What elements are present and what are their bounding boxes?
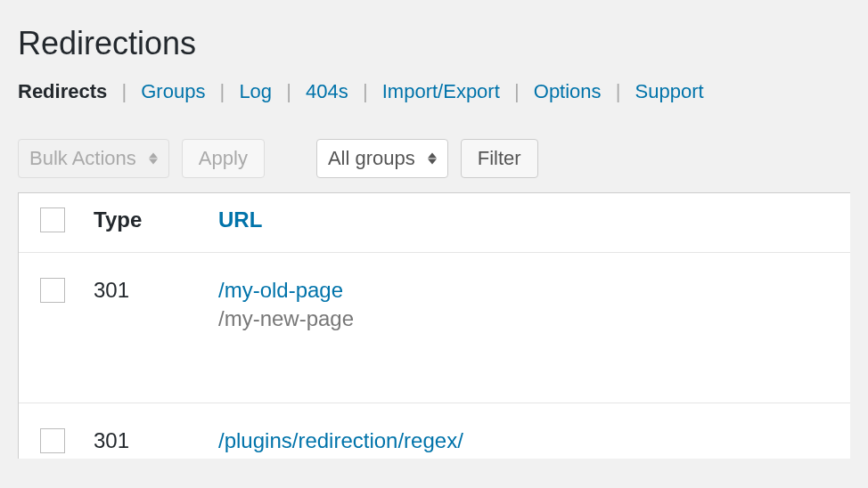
row-type: 301 — [94, 278, 218, 303]
row-url-link[interactable]: /my-old-page — [218, 278, 850, 303]
tab-separator: | — [363, 80, 368, 102]
row-url-link[interactable]: /plugins/redirection/regex/ — [218, 428, 850, 453]
row-target: /my-new-page — [218, 306, 850, 331]
redirects-table: Type URL 301 /my-old-page /my-new-page 3… — [18, 192, 850, 459]
tab-404s[interactable]: 404s — [306, 80, 348, 102]
tab-groups[interactable]: Groups — [141, 80, 205, 102]
table-row: 301 /plugins/redirection/regex/ — [19, 403, 850, 459]
table-header-row: Type URL — [19, 193, 850, 253]
column-header-url[interactable]: URL — [218, 207, 850, 232]
table-row: 301 /my-old-page /my-new-page — [19, 253, 850, 403]
tab-separator: | — [616, 80, 621, 102]
select-all-checkbox[interactable] — [40, 207, 65, 232]
sort-icon — [149, 153, 158, 165]
tab-nav: Redirects | Groups | Log | 404s | Import… — [18, 80, 850, 103]
tab-log[interactable]: Log — [239, 80, 272, 102]
bulk-actions-select[interactable]: Bulk Actions — [18, 139, 169, 178]
group-filter-label: All groups — [328, 147, 415, 170]
controls-bar: Bulk Actions Apply All groups Filter — [18, 139, 850, 178]
tab-options[interactable]: Options — [534, 80, 602, 102]
bulk-actions-label: Bulk Actions — [29, 147, 136, 170]
group-filter-select[interactable]: All groups — [316, 139, 448, 178]
tab-separator: | — [220, 80, 225, 102]
row-checkbox[interactable] — [40, 278, 65, 303]
column-header-type[interactable]: Type — [94, 207, 218, 232]
tab-import-export[interactable]: Import/Export — [382, 80, 500, 102]
page-title: Redirections — [18, 25, 850, 62]
tab-separator: | — [121, 80, 127, 102]
apply-button[interactable]: Apply — [182, 139, 265, 178]
sort-icon — [428, 153, 437, 165]
tab-redirects[interactable]: Redirects — [18, 80, 107, 102]
tab-support[interactable]: Support — [635, 80, 704, 102]
filter-button[interactable]: Filter — [461, 139, 538, 178]
tab-separator: | — [286, 80, 291, 102]
row-type: 301 — [94, 428, 218, 453]
row-checkbox[interactable] — [40, 428, 65, 453]
tab-separator: | — [514, 80, 520, 102]
